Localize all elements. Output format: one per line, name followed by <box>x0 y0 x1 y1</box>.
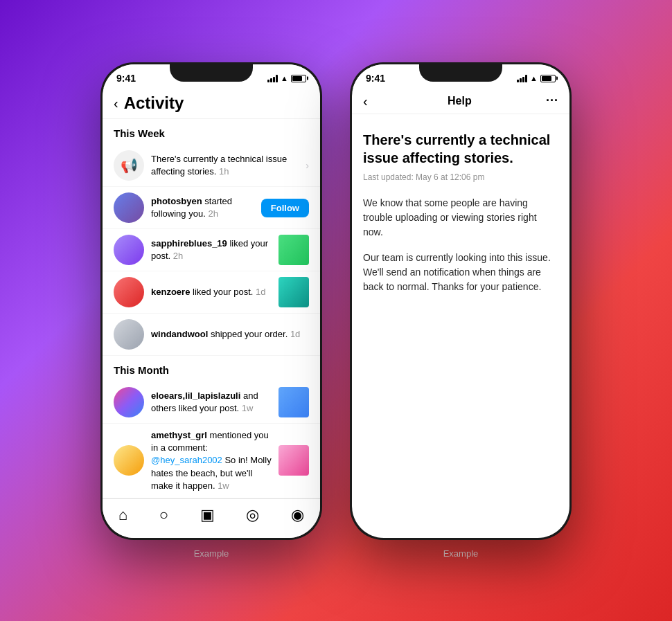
activity-body: This Week 📢 There's currently a technica… <box>103 119 320 498</box>
like2-action: liked your post. <box>193 287 253 297</box>
status-icons-2: ▲ <box>517 74 556 82</box>
battery-icon-2 <box>540 75 556 82</box>
avatar-windandwool <box>114 319 144 350</box>
nav-reels-icon[interactable]: ▣ <box>200 506 215 524</box>
activity-item-follow[interactable]: photosbyen started following you. 2h Fol… <box>103 187 320 229</box>
help-para-1: We know that some people are having trou… <box>363 196 558 240</box>
mention-time: 1w <box>218 480 229 491</box>
status-time-1: 9:41 <box>116 73 136 84</box>
activity-item-order[interactable]: windandwool shipped your order. 1d <box>103 314 320 356</box>
like1-time: 2h <box>173 251 183 261</box>
follow-time: 2h <box>208 208 218 219</box>
order-text: windandwool shipped your order. 1d <box>151 328 309 341</box>
section-this-month: This Month <box>103 356 320 381</box>
help-main-title: There's currently a technical issue affe… <box>363 131 558 167</box>
activity-item-announcement[interactable]: 📢 There's currently a technical issue af… <box>103 145 320 187</box>
signal-icon-2 <box>517 75 527 82</box>
section-this-week: This Week <box>103 119 320 145</box>
nav-search-icon[interactable]: ○ <box>159 506 168 524</box>
activity-item-group-like[interactable]: eloears,lil_lapislazuli and others liked… <box>103 381 320 424</box>
help-para-2: Our team is currently looking into this … <box>363 251 558 294</box>
like2-time: 1d <box>256 287 265 297</box>
like1-username: sapphireblues_19 <box>151 238 227 249</box>
phone2-screen: 9:41 ▲ ‹ Help ··· There's <box>352 64 569 538</box>
avatar-photosbyen <box>114 192 144 223</box>
wifi-icon: ▲ <box>281 74 288 82</box>
nav-home-icon[interactable]: ⌂ <box>118 506 127 524</box>
bottom-nav: ⌂ ○ ▣ ◎ ◉ <box>103 498 320 538</box>
help-back-icon[interactable]: ‹ <box>363 94 368 108</box>
activity-item-like-2[interactable]: kenzoere liked your post. 1d <box>103 271 320 314</box>
avatar-group <box>114 387 144 417</box>
group-thumb <box>278 387 309 417</box>
order-username: windandwool <box>151 329 208 339</box>
like2-thumb <box>278 277 309 307</box>
help-timestamp: Last updated: May 6 at 12:06 pm <box>363 172 558 182</box>
phone1-wrapper: 9:41 ▲ ‹ Activity This We <box>100 62 322 559</box>
group-time: 1w <box>242 403 254 413</box>
mention-thumb <box>278 445 309 476</box>
signal-icon <box>267 75 278 82</box>
phone1-screen: 9:41 ▲ ‹ Activity This We <box>103 64 320 538</box>
notch2 <box>419 62 502 82</box>
activity-item-mention[interactable]: amethyst_grl mentioned you in a comment:… <box>103 424 320 498</box>
help-header: ‹ Help ··· <box>352 88 569 114</box>
battery-icon <box>291 75 306 82</box>
phone1: 9:41 ▲ ‹ Activity This We <box>100 62 322 540</box>
order-time: 1d <box>290 329 300 339</box>
group-usernames: eloears,lil_lapislazuli <box>151 390 240 401</box>
announcement-text: There's currently a technical issue affe… <box>151 153 299 178</box>
wifi-icon-2: ▲ <box>530 74 538 82</box>
group-action: liked your post. <box>179 403 239 413</box>
chevron-right-icon: › <box>306 160 309 171</box>
follow-button[interactable]: Follow <box>261 199 309 217</box>
avatar-amethyst <box>114 445 144 476</box>
nav-shop-icon[interactable]: ◎ <box>246 506 259 524</box>
avatar-kenzoere <box>114 277 144 307</box>
group-like-text: eloears,lil_lapislazuli and others liked… <box>151 390 272 415</box>
avatar-sapphireblues <box>114 235 144 265</box>
help-body: There's currently a technical issue affe… <box>352 114 569 538</box>
phone2-wrapper: 9:41 ▲ ‹ Help ··· There's <box>350 62 572 559</box>
follow-text: photosbyen started following you. 2h <box>151 195 254 220</box>
activity-title: Activity <box>124 93 184 113</box>
notch1 <box>170 62 253 82</box>
mention-text: amethyst_grl mentioned you in a comment:… <box>151 429 272 492</box>
activity-header: ‹ Activity <box>103 88 320 119</box>
nav-profile-icon[interactable]: ◉ <box>291 506 304 524</box>
activity-item-like-1[interactable]: sapphireblues_19 liked your post. 2h <box>103 229 320 271</box>
announcement-time: 1h <box>219 166 229 177</box>
status-time-2: 9:41 <box>366 73 385 84</box>
megaphone-icon: 📢 <box>114 150 144 181</box>
like1-text: sapphireblues_19 liked your post. 2h <box>151 237 272 262</box>
follow-username: photosbyen <box>151 196 202 206</box>
mention-tag: @hey_sarah2002 <box>151 455 222 465</box>
like2-text: kenzoere liked your post. 1d <box>151 286 272 298</box>
status-icons-1: ▲ <box>267 74 306 82</box>
order-action: shipped your order. <box>211 329 288 339</box>
phone2-label: Example <box>443 548 479 559</box>
like1-thumb <box>278 235 309 265</box>
help-title: Help <box>448 95 472 107</box>
mention-username: amethyst_grl <box>151 430 207 440</box>
more-options-icon[interactable]: ··· <box>546 93 558 108</box>
back-icon[interactable]: ‹ <box>114 96 118 110</box>
like2-username: kenzoere <box>151 287 190 297</box>
phone1-label: Example <box>194 548 229 559</box>
phone2: 9:41 ▲ ‹ Help ··· There's <box>350 62 572 540</box>
